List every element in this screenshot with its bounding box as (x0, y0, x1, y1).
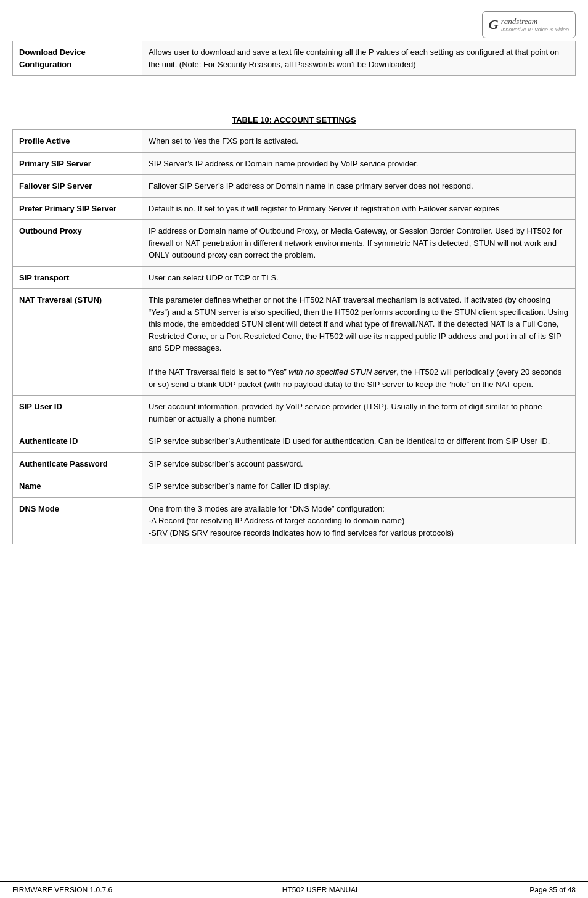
footer-right: Page 35 of 48 (529, 886, 576, 894)
table-row: Authenticate ID SIP service subscriber’s… (13, 430, 576, 453)
value-outbound-proxy: IP address or Domain name of Outbound Pr… (142, 220, 576, 267)
nat-traversal-para1: This parameter defines whether or not th… (149, 295, 568, 353)
logo-g-letter: G (489, 17, 499, 33)
value-prefer-primary: Default is no. If set to yes it will reg… (142, 197, 576, 220)
download-device-table: Download Device Configuration Allows use… (12, 41, 576, 76)
value-authenticate-id: SIP service subscriber’s Authenticate ID… (142, 430, 576, 453)
logo-tagline: Innovative IP Voice & Video (501, 27, 569, 33)
logo-brand: randstream (501, 17, 569, 27)
table-row: Download Device Configuration Allows use… (13, 41, 576, 76)
dns-mode-line2: -A Record (for resolving IP Address of t… (149, 516, 404, 525)
footer-center: HT502 USER MANUAL (282, 886, 360, 894)
label-cell: Download Device Configuration (13, 41, 142, 76)
section-title: TABLE 10: ACCOUNT SETTINGS (12, 115, 576, 124)
label-sip-transport: SIP transport (13, 266, 142, 289)
nat-traversal-italic: with no specified STUN server (288, 367, 396, 377)
label-dns-mode: DNS Mode (13, 497, 142, 544)
table-row: Prefer Primary SIP Server Default is no.… (13, 197, 576, 220)
label-failover-sip: Failover SIP Server (13, 175, 142, 198)
table-row: SIP User ID User account information, pr… (13, 396, 576, 430)
label-primary-sip: Primary SIP Server (13, 152, 142, 175)
label-prefer-primary: Prefer Primary SIP Server (13, 197, 142, 220)
dns-mode-line3: -SRV (DNS SRV resource records indicates… (149, 528, 454, 537)
value-profile-active: When set to Yes the FXS port is activate… (142, 130, 576, 153)
table-row: Name SIP service subscriber’s name for C… (13, 475, 576, 498)
table-row: DNS Mode One from the 3 modes are availa… (13, 497, 576, 544)
value-sip-transport: User can select UDP or TCP or TLS. (142, 266, 576, 289)
table-row: Outbound Proxy IP address or Domain name… (13, 220, 576, 267)
account-settings-table: Profile Active When set to Yes the FXS p… (12, 129, 576, 544)
page-footer: FIRMWARE VERSION 1.0.7.6 HT502 USER MANU… (0, 881, 588, 898)
label-authenticate-password: Authenticate Password (13, 452, 142, 475)
page-container: G randstream Innovative IP Voice & Video… (0, 0, 588, 579)
value-sip-user-id: User account information, provided by Vo… (142, 396, 576, 430)
table-row: Profile Active When set to Yes the FXS p… (13, 130, 576, 153)
table-row: Failover SIP Server Failover SIP Server’… (13, 175, 576, 198)
value-name: SIP service subscriber’s name for Caller… (142, 475, 576, 498)
logo-box: G randstream Innovative IP Voice & Video (482, 11, 576, 38)
logo-area: G randstream Innovative IP Voice & Video (12, 6, 576, 41)
value-failover-sip: Failover SIP Server’s IP address or Doma… (142, 175, 576, 198)
spacer (12, 86, 576, 100)
table-row: Primary SIP Server SIP Server’s IP addre… (13, 152, 576, 175)
value-nat-traversal: This parameter defines whether or not th… (142, 289, 576, 396)
label-profile-active: Profile Active (13, 130, 142, 153)
dns-mode-line1: One from the 3 modes are available for “… (149, 504, 385, 513)
nat-traversal-para2-prefix: If the NAT Traversal field is set to “Ye… (149, 367, 288, 377)
value-cell: Allows user to download and save a text … (142, 41, 576, 76)
table-row: SIP transport User can select UDP or TCP… (13, 266, 576, 289)
label-nat-traversal: NAT Traversal (STUN) (13, 289, 142, 396)
table-row: Authenticate Password SIP service subscr… (13, 452, 576, 475)
footer-left: FIRMWARE VERSION 1.0.7.6 (12, 886, 112, 894)
value-authenticate-password: SIP service subscriber’s account passwor… (142, 452, 576, 475)
label-name: Name (13, 475, 142, 498)
label-outbound-proxy: Outbound Proxy (13, 220, 142, 267)
label-sip-user-id: SIP User ID (13, 396, 142, 430)
table-row: NAT Traversal (STUN) This parameter defi… (13, 289, 576, 396)
label-authenticate-id: Authenticate ID (13, 430, 142, 453)
value-dns-mode: One from the 3 modes are available for “… (142, 497, 576, 544)
value-primary-sip: SIP Server’s IP address or Domain name p… (142, 152, 576, 175)
